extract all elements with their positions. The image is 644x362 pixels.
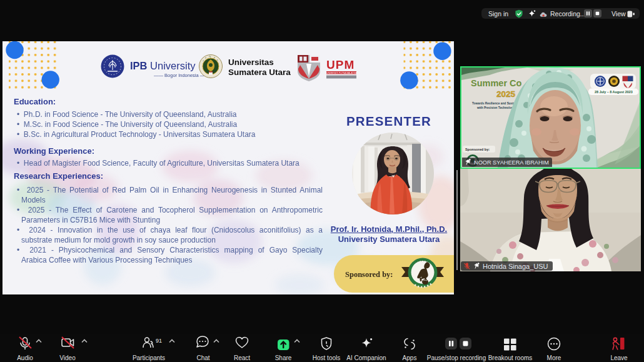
svg-text:Sponsored by:: Sponsored by:	[465, 148, 490, 151]
svg-text:Summer Co: Summer Co	[471, 78, 522, 88]
svg-text:2025: 2025	[496, 89, 516, 99]
svg-text:I V: I V	[209, 56, 211, 58]
svg-text:UNIVERSITI PUTRA MALAYSIA: UNIVERSITI PUTRA MALAYSIA	[326, 72, 358, 74]
svg-text:91: 91	[156, 338, 162, 344]
svg-text:UPM: UPM	[326, 58, 355, 71]
svg-text:Sumatera Utara: Sumatera Utara	[228, 68, 291, 77]
svg-text:28 July – 8 August 2023: 28 July – 8 August 2023	[595, 90, 633, 94]
svg-text:Universitas: Universitas	[228, 58, 274, 67]
svg-text:IPB University: IPB University	[130, 60, 196, 71]
svg-text:with Precision Technologies: with Precision Technologies	[476, 106, 518, 109]
